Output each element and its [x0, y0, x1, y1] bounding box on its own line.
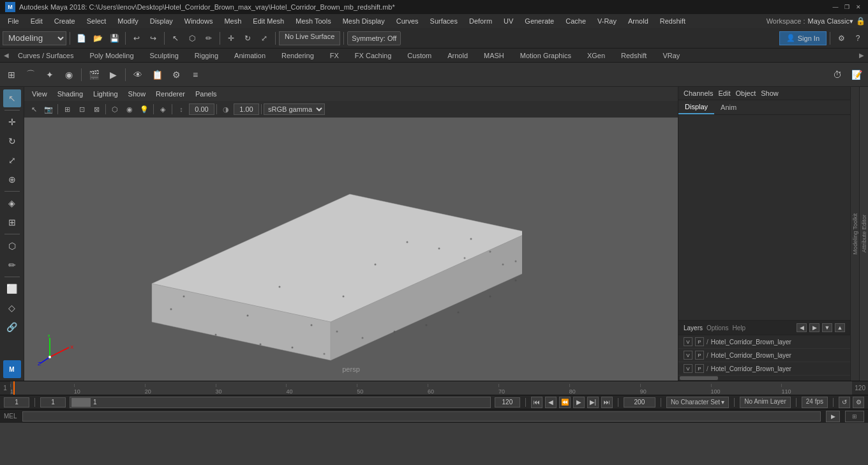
vp-wireframe-btn[interactable]: ⬡ — [108, 103, 122, 116]
lasso-select-button[interactable]: ⬡ — [184, 31, 200, 46]
channels-label[interactable]: Channels — [684, 89, 713, 97]
no-anim-layer-button[interactable]: No Anim Layer — [740, 397, 791, 408]
menu-item-redshift[interactable]: Redshift — [655, 16, 691, 26]
range-end-field[interactable] — [624, 397, 655, 408]
mode-tab-arnold[interactable]: Arnold — [440, 50, 475, 61]
select-tool-button[interactable]: ↖ — [168, 31, 183, 46]
play-forward-button[interactable]: ▶ — [573, 397, 585, 408]
no-live-surface-button[interactable]: No Live Surface — [279, 31, 340, 45]
move-mode-button[interactable]: ✛ — [3, 113, 21, 131]
paint-select-button[interactable]: ✏ — [201, 31, 216, 46]
frame-slider-thumb[interactable] — [71, 398, 91, 407]
lasso-button[interactable]: ⬡ — [3, 237, 21, 255]
menu-item-modify[interactable]: Modify — [112, 16, 143, 26]
snap-grid-button[interactable]: ⊞ — [3, 66, 20, 84]
layer-v-badge-0[interactable]: V — [684, 337, 692, 346]
menu-item-mesh-display[interactable]: Mesh Display — [338, 16, 390, 26]
layer-row-0[interactable]: V P / Hotel_Corridor_Brown_layer — [678, 335, 850, 349]
history-button[interactable]: ⏱ — [828, 66, 846, 84]
tool-settings-button[interactable]: ⚙ — [167, 66, 185, 84]
render-button[interactable]: 🎬 — [85, 66, 103, 84]
menu-item-curves[interactable]: Curves — [391, 16, 424, 26]
modeling-toolkit-toggle[interactable]: Modeling Toolkit — [850, 87, 859, 381]
playhead[interactable] — [13, 381, 15, 395]
marquee-button[interactable]: ⬜ — [3, 280, 21, 298]
vp-select-mode-btn[interactable]: ↖ — [27, 103, 41, 116]
lighting-menu[interactable]: Lighting — [89, 89, 122, 98]
mode-tab-motion-graphics[interactable]: Motion Graphics — [513, 50, 579, 61]
mode-tab-sculpting[interactable]: Sculpting — [142, 50, 186, 61]
menu-item-uv[interactable]: UV — [498, 16, 518, 26]
show-menu[interactable]: Show — [124, 89, 150, 98]
tab-right-arrow[interactable]: ▶ — [859, 52, 864, 59]
step-forward-button[interactable]: ▶| — [587, 397, 599, 408]
show-ui-button[interactable]: 👁 — [129, 66, 147, 84]
scale-mode-button[interactable]: ⤢ — [3, 151, 21, 169]
go-to-end-button[interactable]: ⏭ — [601, 397, 613, 408]
object-label[interactable]: Object — [735, 89, 756, 97]
mode-tab-vray[interactable]: VRay — [655, 50, 687, 61]
layer-scrollbar[interactable] — [678, 376, 850, 381]
layer-up-btn[interactable]: ▲ — [835, 323, 845, 332]
view-menu[interactable]: View — [28, 89, 51, 98]
frame-end-field[interactable] — [495, 397, 520, 408]
menu-item-mesh[interactable]: Mesh — [219, 16, 246, 26]
layer-down-btn[interactable]: ▼ — [822, 323, 832, 332]
mode-tab-animation[interactable]: Animation — [227, 50, 273, 61]
attribute-editor-toggle[interactable]: Attribute Editor — [859, 87, 868, 381]
layer-p-badge-0[interactable]: P — [695, 337, 704, 346]
vp-grid-btn[interactable]: ⊞ — [60, 103, 74, 116]
play-back-button[interactable]: ⏪ — [559, 397, 571, 408]
mode-tab-curves-surfaces[interactable]: Curves / Surfaces — [10, 50, 81, 61]
mode-tab-fx-caching[interactable]: FX Caching — [347, 50, 399, 61]
menu-item-mesh-tools[interactable]: Mesh Tools — [290, 16, 336, 26]
current-frame-field[interactable] — [40, 397, 66, 408]
snap-surface-button[interactable]: ◉ — [60, 66, 78, 84]
layers-tab[interactable]: Layers — [684, 324, 703, 332]
go-to-start-button[interactable]: ⏮ — [531, 397, 542, 408]
menu-item-select[interactable]: Select — [82, 16, 112, 26]
new-file-button[interactable]: 📄 — [73, 31, 89, 46]
menu-item-arnold[interactable]: Arnold — [623, 16, 654, 26]
maximize-button[interactable]: ❐ — [842, 3, 851, 11]
anim-settings-button[interactable]: ⚙ — [853, 397, 864, 408]
options-tab[interactable]: Options — [707, 324, 728, 332]
menu-item-windows[interactable]: Windows — [179, 16, 218, 26]
help-tab[interactable]: Help — [732, 324, 745, 332]
mini-player[interactable]: ⊞ — [845, 411, 864, 422]
tab-left-arrow[interactable]: ◀ — [4, 52, 9, 59]
vp-lit-btn[interactable]: 💡 — [137, 103, 151, 116]
layer-row-2[interactable]: V P / Hotel_Corridor_Brown_layer — [678, 362, 850, 376]
menu-item-deform[interactable]: Deform — [464, 16, 497, 26]
menu-item-generate[interactable]: Generate — [520, 16, 559, 26]
show-manipulator-button[interactable]: ⊞ — [3, 213, 21, 231]
mode-tab-fx[interactable]: FX — [322, 50, 347, 61]
mode-tab-mash[interactable]: MASH — [476, 50, 512, 61]
script-editor-button[interactable]: 📝 — [848, 66, 865, 84]
mel-input-field[interactable] — [22, 411, 821, 422]
layer-p-badge-1[interactable]: P — [695, 351, 704, 360]
universal-mode-button[interactable]: ⊕ — [3, 171, 21, 188]
menu-item-v-ray[interactable]: V-Ray — [592, 16, 622, 26]
mode-tab-poly-modeling[interactable]: Poly Modeling — [82, 50, 141, 61]
channel-box-button[interactable]: ≡ — [186, 66, 204, 84]
rotate-tool-button[interactable]: ↻ — [240, 31, 255, 46]
no-character-set-button[interactable]: No Character Set ▾ — [666, 397, 729, 408]
scale-tool-button[interactable]: ⤢ — [257, 31, 272, 46]
anim-tab[interactable]: Anim — [714, 101, 743, 114]
menu-item-file[interactable]: File — [3, 16, 24, 26]
mode-tab-redshift[interactable]: Redshift — [613, 50, 654, 61]
menu-item-surfaces[interactable]: Surfaces — [425, 16, 463, 26]
close-button[interactable]: ✕ — [854, 3, 863, 11]
layer-prev-btn[interactable]: ◀ — [797, 323, 807, 332]
vp-smooth-btn[interactable]: ◉ — [123, 103, 137, 116]
mode-tab-xgen[interactable]: XGen — [580, 50, 613, 61]
mode-tab-custom[interactable]: Custom — [400, 50, 439, 61]
rotate-mode-button[interactable]: ↻ — [3, 132, 21, 150]
help-button[interactable]: ? — [850, 31, 865, 46]
panels-menu[interactable]: Panels — [191, 89, 221, 98]
renderer-menu[interactable]: Renderer — [152, 89, 189, 98]
vp-gamma-select[interactable]: sRGB gamma — [264, 103, 325, 115]
component-button[interactable]: ◇ — [3, 299, 21, 317]
snap-curve-button[interactable]: ⌒ — [22, 66, 40, 84]
